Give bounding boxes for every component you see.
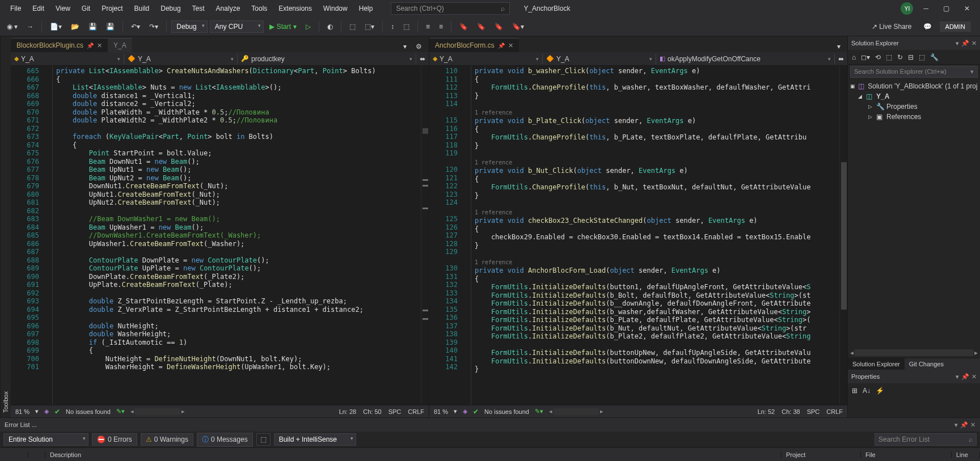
nav-project[interactable]: ◆ Y_A ▾	[429, 54, 543, 64]
nav-class[interactable]: 🔶 Y_A ▾	[543, 54, 656, 64]
brush-icon[interactable]: ✎▾	[535, 408, 543, 415]
indent-mode[interactable]: SPC	[807, 408, 820, 415]
expand-icon[interactable]: ◢	[858, 94, 864, 99]
document-tab[interactable]: Y_A	[108, 38, 132, 52]
expand-icon[interactable]: ▷	[868, 114, 874, 120]
start-without-debug-button[interactable]: ▷	[302, 21, 314, 32]
collapse-button[interactable]: ⊟	[906, 52, 915, 62]
show-all-button[interactable]: ⬚	[917, 52, 927, 62]
global-search[interactable]: Search (Ctrl+Q) ⌕	[391, 2, 510, 15]
new-item-button[interactable]: 📄▾	[47, 21, 65, 32]
warnings-filter[interactable]: ⚠ 0 Warnings	[141, 433, 193, 446]
menu-debug[interactable]: Debug	[155, 2, 186, 15]
platform-combo[interactable]: Any CPU	[210, 20, 264, 33]
nav-back-button[interactable]: ◉ ▾	[3, 21, 21, 32]
category-button[interactable]: ⊞	[850, 386, 859, 396]
nav-project[interactable]: ◆ Y_A ▾	[11, 54, 124, 64]
toolbar-button[interactable]: ⬚▾	[361, 21, 378, 32]
indent-left-button[interactable]: ≡	[423, 21, 433, 32]
tab-dropdown[interactable]: ▾	[834, 41, 844, 52]
toolbar-button[interactable]: ↕	[387, 21, 398, 32]
document-tab[interactable]: AnchorBlocForm.cs 📌 ✕	[429, 38, 519, 52]
bookmark-button[interactable]: 🔖	[474, 21, 489, 32]
gear-icon[interactable]: ⚙	[412, 41, 425, 52]
horizontal-scrollbar[interactable]: ◂▸	[549, 408, 603, 415]
horizontal-scrollbar[interactable]: ◂▸	[848, 348, 980, 358]
save-button[interactable]: 💾	[85, 21, 100, 32]
zoom-level[interactable]: 81 %	[15, 408, 29, 415]
toolbar-button[interactable]: ⬚	[884, 52, 894, 62]
close-button[interactable]: ✕	[960, 2, 974, 15]
solution-search[interactable]: Search Solution Explorer (Ctrl+ж) ▾	[850, 66, 978, 78]
document-tab[interactable]: BlockorBlockPlugin.cs 📌 ✕	[11, 38, 108, 52]
menu-analyze[interactable]: Analyze	[210, 2, 246, 15]
col-file[interactable]: File	[861, 451, 952, 458]
events-button[interactable]: ⚡	[874, 386, 886, 396]
zoom-dropdown[interactable]: ▾	[35, 408, 39, 415]
solution-tree[interactable]: ▣ ◫ Solution 'Y_ABlockBlock' (1 of 1 pro…	[848, 79, 980, 124]
expand-icon[interactable]: ▣	[850, 83, 856, 89]
feedback-button[interactable]: 💬	[920, 21, 935, 32]
git-changes-tab[interactable]: Git Changes	[905, 358, 948, 370]
maximize-button[interactable]: ▢	[939, 2, 954, 15]
live-share-button[interactable]: ↗ Live Share	[868, 21, 915, 32]
save-all-button[interactable]: 💾	[103, 21, 118, 32]
solution-explorer-tab[interactable]: Solution Explorer	[848, 358, 905, 370]
menu-view[interactable]: View	[50, 2, 76, 15]
vertical-scrollbar[interactable]	[839, 66, 847, 405]
toolbar-button[interactable]: ◐	[324, 21, 336, 32]
vertical-scrollbar[interactable]	[421, 66, 429, 405]
pin-icon[interactable]: 📌	[961, 373, 969, 380]
sync-button[interactable]: ⟲	[873, 52, 882, 62]
menu-build[interactable]: Build	[129, 2, 155, 15]
toolbar-button[interactable]: ⬚	[346, 21, 359, 32]
errors-filter[interactable]: ⛔ 0 Errors	[92, 433, 137, 446]
messages-filter[interactable]: ⓘ 0 Messages	[197, 433, 253, 447]
close-icon[interactable]: ✕	[971, 373, 977, 380]
close-icon[interactable]: ✕	[971, 40, 977, 47]
tab-dropdown[interactable]: ▾	[400, 41, 410, 52]
refresh-button[interactable]: ↻	[895, 52, 905, 62]
configuration-combo[interactable]: Debug	[171, 20, 207, 33]
close-icon[interactable]: ✕	[970, 421, 975, 429]
col-description[interactable]: Description	[45, 451, 782, 458]
pin-icon[interactable]: 📌	[960, 421, 968, 429]
brush-icon[interactable]: ✎▾	[116, 408, 125, 415]
line-ending[interactable]: CRLF	[408, 408, 424, 415]
col-project[interactable]: Project	[782, 451, 861, 458]
panel-dropdown[interactable]: ▾	[954, 421, 958, 429]
toolbar-button[interactable]: ⬚	[256, 433, 271, 446]
code-editor[interactable]: private void b_washer_Click(object sende…	[471, 66, 839, 405]
sort-button[interactable]: A↓	[861, 386, 872, 396]
split-button[interactable]: ⬌	[835, 53, 847, 65]
undo-button[interactable]: ↶▾	[128, 21, 143, 32]
fold-gutter[interactable]	[45, 66, 53, 405]
bookmark-button[interactable]: 🔖▾	[509, 21, 527, 32]
pin-icon[interactable]: 📌	[87, 43, 94, 49]
build-filter-combo[interactable]: Build + IntelliSense	[274, 433, 356, 446]
redo-button[interactable]: ↷▾	[146, 21, 162, 32]
menu-window[interactable]: Window	[318, 2, 353, 15]
error-search[interactable]: Search Error List ⌕	[875, 433, 977, 446]
horizontal-scrollbar[interactable]: ◂▸	[130, 408, 185, 415]
fold-gutter[interactable]	[463, 66, 471, 405]
nav-class[interactable]: 🔶 Y_A ▾	[124, 54, 238, 64]
panel-dropdown[interactable]: ▾	[956, 40, 959, 47]
menu-git[interactable]: Git	[76, 2, 96, 15]
menu-help[interactable]: Help	[353, 2, 379, 15]
menu-file[interactable]: File	[5, 2, 27, 15]
menu-edit[interactable]: Edit	[27, 2, 50, 15]
menu-project[interactable]: Project	[96, 2, 128, 15]
bookmark-button[interactable]: 🔖	[456, 21, 471, 32]
line-ending[interactable]: CRLF	[826, 408, 843, 415]
close-icon[interactable]: ✕	[508, 42, 513, 49]
pin-icon[interactable]: 📌	[961, 40, 969, 47]
nav-fwd-button[interactable]: →	[23, 21, 37, 32]
minimize-button[interactable]: ─	[919, 2, 933, 15]
scope-combo[interactable]: Entire Solution	[3, 433, 88, 446]
close-icon[interactable]: ✕	[97, 42, 102, 49]
toolbar-button[interactable]: ◻▾	[859, 52, 872, 62]
open-button[interactable]: 📂	[67, 21, 83, 32]
menu-extensions[interactable]: Extensions	[273, 2, 318, 15]
properties-button[interactable]: 🔧	[928, 52, 940, 62]
